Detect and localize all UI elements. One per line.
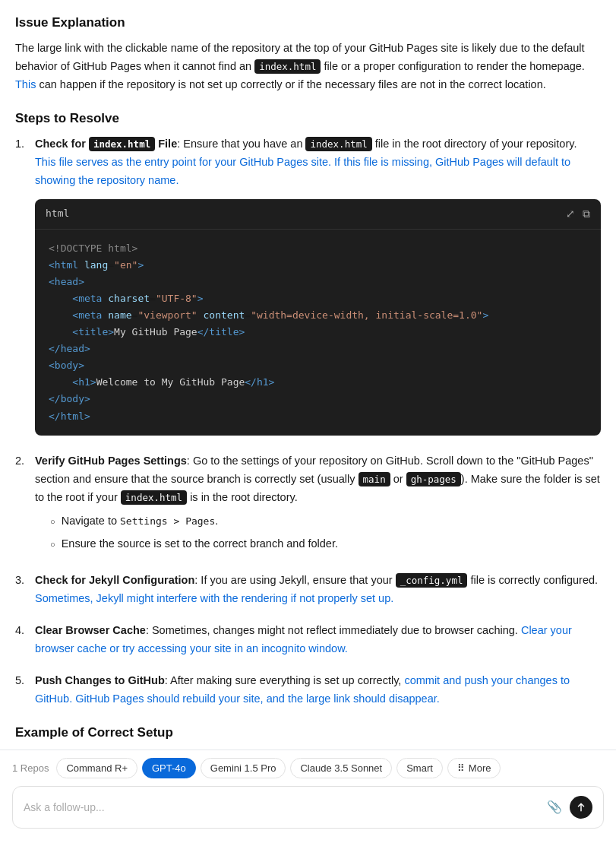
tab-command-r[interactable]: Command R+	[56, 758, 137, 778]
step-4: Clear Browser Cache: Sometimes, changes …	[15, 622, 601, 658]
step-5-bold: Push Changes to GitHub	[35, 674, 165, 686]
step3-blue: Sometimes, Jekyll might interfere with t…	[35, 592, 393, 604]
step-2-sub-1: Navigate to Settings > Pages.	[50, 512, 601, 531]
step-3: Check for Jekyll Configuration: If you a…	[15, 572, 601, 608]
tab-smart[interactable]: Smart	[396, 758, 443, 778]
step3-config-code: _config.yml	[396, 573, 468, 588]
step-4-content: Clear Browser Cache: Sometimes, changes …	[35, 622, 601, 658]
step2-ghpages-code: gh-pages	[406, 472, 461, 486]
step2-main-code: main	[359, 472, 390, 486]
model-tabs: 1 Repos Command R+ GPT-4o Gemini 1.5 Pro…	[12, 758, 604, 778]
tab-claude[interactable]: Claude 3.5 Sonnet	[290, 758, 392, 778]
input-placeholder[interactable]: Ask a follow-up...	[24, 801, 539, 813]
step-2-content: Verify GitHub Pages Settings: Go to the …	[35, 452, 601, 559]
steps-section: Steps to Resolve Check for index.html Fi…	[15, 111, 601, 708]
attachment-icon[interactable]: 📎	[547, 800, 562, 814]
bottom-toolbar: 1 Repos Command R+ GPT-4o Gemini 1.5 Pro…	[0, 750, 616, 829]
issue-explanation-title: Issue Explanation	[15, 15, 601, 30]
example-title: Example of Correct Setup	[15, 725, 601, 740]
step-5: Push Changes to GitHub: After making sur…	[15, 672, 601, 708]
issue-explanation-text: The large link with the clickable name o…	[15, 40, 601, 94]
code-lang-label: html	[46, 205, 69, 221]
settings-pages-mono: Settings > Pages	[120, 515, 215, 527]
copy-icon[interactable]: ⧉	[583, 205, 590, 223]
this-link: This	[15, 78, 36, 90]
send-button[interactable]	[570, 796, 592, 819]
expand-icon[interactable]: ⤢	[566, 205, 575, 223]
step1-code1: index.html	[89, 137, 155, 151]
step1-code2: index.html	[305, 137, 371, 151]
steps-list: Check for index.html File: Ensure that y…	[15, 135, 601, 708]
step-2-sublist: Navigate to Settings > Pages. Ensure the…	[35, 512, 601, 553]
step2-indexhtml-code: index.html	[121, 490, 187, 505]
step-3-content: Check for Jekyll Configuration: If you a…	[35, 572, 601, 608]
step-3-bold: Check for Jekyll Configuration	[35, 574, 194, 586]
more-label: More	[469, 762, 491, 774]
repo-indicator: 1 Repos	[12, 762, 49, 774]
steps-title: Steps to Resolve	[15, 111, 601, 126]
step-2-sub-2-text: Ensure the source is set to the correct …	[62, 535, 338, 553]
step-1-content: Check for index.html File: Ensure that y…	[35, 135, 601, 439]
step-1: Check for index.html File: Ensure that y…	[15, 135, 601, 439]
more-grid-icon: ⠿	[457, 762, 465, 774]
step-2-sub-1-text: Navigate to Settings > Pages.	[62, 512, 219, 531]
tab-gemini[interactable]: Gemini 1.5 Pro	[201, 758, 286, 778]
code-block-header: html ⤢ ⧉	[35, 199, 601, 230]
step-4-bold: Clear Browser Cache	[35, 624, 146, 636]
tab-more[interactable]: ⠿ More	[447, 758, 501, 778]
code-block: html ⤢ ⧉ <!DOCTYPE html> <html lang="en"…	[35, 199, 601, 436]
step-2-bold: Verify GitHub Pages Settings	[35, 455, 187, 467]
issue-explanation-section: Issue Explanation The large link with th…	[15, 15, 601, 94]
code-block-body: <!DOCTYPE html> <html lang="en"> <head> …	[35, 230, 601, 436]
tab-gpt4o[interactable]: GPT-4o	[142, 758, 196, 778]
input-area: Ask a follow-up... 📎	[12, 786, 604, 829]
step-2-sub-2: Ensure the source is set to the correct …	[50, 535, 601, 553]
step-5-content: Push Changes to GitHub: After making sur…	[35, 672, 601, 708]
step-2: Verify GitHub Pages Settings: Go to the …	[15, 452, 601, 559]
step1-blue-text: This file serves as the entry point for …	[35, 156, 570, 186]
example-section: Example of Correct Setup	[15, 725, 601, 740]
send-arrow-icon	[576, 802, 586, 813]
inline-code-indexhtml: index.html	[254, 59, 321, 74]
code-block-icons: ⤢ ⧉	[566, 205, 590, 223]
step-1-bold: Check for index.html File	[35, 138, 177, 150]
